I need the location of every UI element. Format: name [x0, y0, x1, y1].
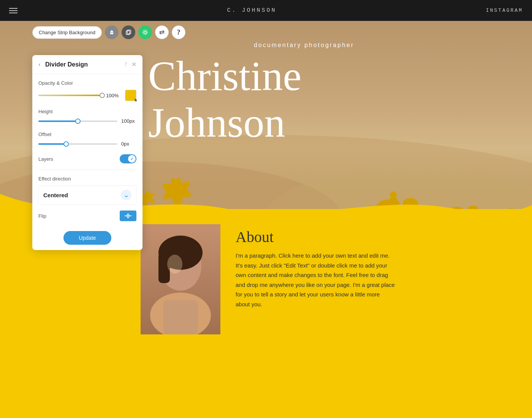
svg-point-49	[144, 31, 146, 33]
flip-row: Flip	[38, 211, 136, 221]
panel-footer: Update	[32, 227, 142, 250]
panel-help-button[interactable]: ?	[125, 62, 127, 68]
svg-rect-46	[110, 33, 113, 34]
panel-title: Divider Design	[45, 61, 122, 68]
offset-slider-row: 0px	[38, 141, 136, 147]
change-strip-button[interactable]: Change Strip Background	[32, 26, 102, 39]
offset-slider-thumb[interactable]	[63, 141, 69, 147]
layers-toggle[interactable]: ✓	[120, 154, 136, 163]
height-value: 100px	[121, 118, 136, 124]
height-section: Height 100px	[38, 109, 136, 124]
check-icon: ✓	[130, 157, 134, 162]
toggle-thumb: ✓	[128, 155, 136, 163]
height-label: Height	[38, 109, 136, 114]
panel-close-button[interactable]: ✕	[131, 61, 136, 68]
layers-row: Layers ✓	[38, 154, 136, 170]
photo-box	[141, 224, 220, 334]
flip-label: Flip	[38, 213, 46, 219]
svg-rect-44	[163, 300, 198, 334]
layers-label: Layers	[38, 156, 53, 162]
divider-design-panel: ‹ Divider Design ? ✕ Opacity & Color 100…	[32, 55, 142, 250]
instagram-link[interactable]: INSTAGRAM	[486, 8, 523, 13]
chevron-down-icon[interactable]: ⌄	[121, 190, 131, 200]
svg-point-45	[167, 255, 182, 274]
site-name-line2: Johnson	[148, 99, 285, 147]
opacity-slider-row: 100% 🖱	[38, 90, 136, 101]
panel-back-button[interactable]: ‹	[38, 60, 41, 68]
opacity-slider-track[interactable]	[38, 95, 102, 96]
hamburger-menu[interactable]	[9, 8, 17, 13]
offset-slider-track[interactable]	[38, 143, 117, 145]
panel-header: ‹ Divider Design ? ✕	[32, 55, 142, 74]
cursor-icon: 🖱	[134, 98, 138, 102]
site-subtitle: documentary photographer	[160, 42, 448, 49]
swap-icon[interactable]	[155, 25, 169, 39]
help-icon[interactable]: ?	[172, 25, 185, 39]
color-swatch[interactable]: 🖱	[125, 90, 136, 101]
effect-direction-dropdown[interactable]: Centered ⌄	[38, 185, 136, 204]
photo-placeholder	[141, 224, 220, 334]
opacity-value: 100%	[106, 93, 121, 98]
site-title: C. JOHNSON	[227, 7, 276, 14]
update-button[interactable]: Update	[63, 231, 111, 245]
settings-icon[interactable]	[138, 25, 152, 39]
flip-button[interactable]	[120, 211, 136, 221]
effect-direction-value: Centered	[43, 192, 68, 198]
opacity-slider-thumb[interactable]	[100, 93, 105, 98]
offset-section: Offset 0px	[38, 131, 136, 147]
opacity-color-section: Opacity & Color 100% 🖱	[38, 80, 136, 101]
effect-direction-section: Effect direction Centered ⌄	[38, 176, 136, 204]
move-up-icon[interactable]	[105, 25, 119, 39]
height-slider-row: 100px	[38, 118, 136, 124]
about-text: I'm a paragraph. Click here to add your …	[236, 251, 395, 309]
height-slider-track[interactable]	[38, 120, 117, 122]
effect-direction-label: Effect direction	[38, 176, 136, 182]
copy-icon[interactable]	[122, 25, 135, 39]
toolbar-area: Change Strip Background ?	[32, 25, 185, 39]
panel-body: Opacity & Color 100% 🖱 Height	[32, 74, 142, 227]
top-nav: C. JOHNSON INSTAGRAM	[0, 0, 532, 21]
site-name-line1: Christine	[148, 53, 301, 99]
opacity-color-label: Opacity & Color	[38, 80, 136, 86]
offset-value: 0px	[121, 141, 136, 147]
svg-point-34	[165, 187, 188, 194]
height-slider-thumb[interactable]	[75, 119, 81, 124]
offset-label: Offset	[38, 131, 136, 137]
about-heading: About	[236, 228, 274, 246]
